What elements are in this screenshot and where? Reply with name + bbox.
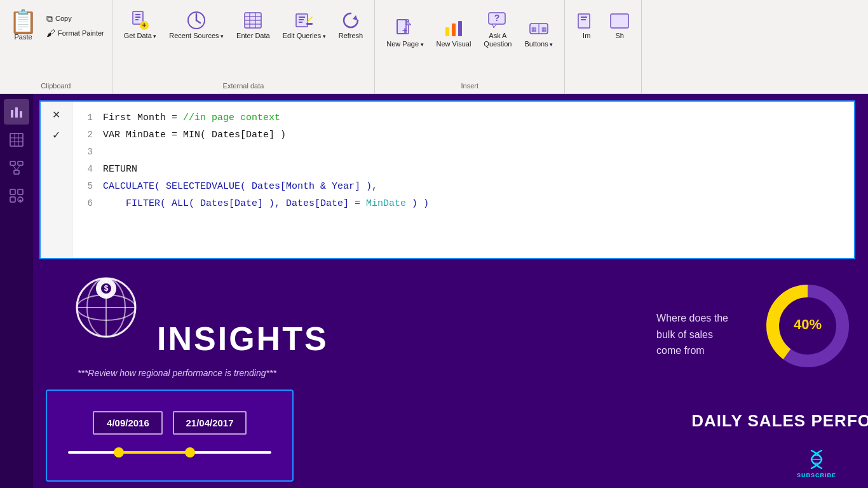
insert-group: + New Page New Visual: [375, 0, 565, 93]
globe-icon: $: [71, 271, 147, 347]
subscribe-label: SUBSCRIBE: [797, 472, 836, 478]
copy-icon: ⧉: [46, 13, 53, 24]
extra-button-1[interactable]: Im: [571, 8, 602, 43]
edit-queries-button[interactable]: Edit Queries: [278, 8, 331, 43]
formula-editor: ✕ ✓ 1 First Month = //in page context 2 …: [39, 100, 855, 259]
svg-text:✦: ✦: [18, 198, 22, 203]
insights-title: INSIGHTS: [157, 320, 329, 358]
new-visual-icon: [444, 18, 464, 39]
svg-text:+: +: [142, 21, 146, 30]
formula-confirm-button[interactable]: ✓: [49, 127, 64, 142]
new-visual-label: New Visual: [437, 40, 471, 48]
refresh-label: Refresh: [339, 32, 363, 40]
recent-sources-icon: [186, 10, 207, 30]
enter-data-button[interactable]: Enter Data: [231, 8, 275, 43]
paste-icon: 📋: [9, 10, 37, 33]
format-painter-icon: 🖌: [46, 28, 55, 38]
svg-rect-37: [20, 111, 22, 118]
svg-rect-34: [611, 14, 628, 28]
svg-rect-1: [135, 14, 140, 15]
sidebar: ✦: [0, 94, 33, 488]
slider-thumb-right[interactable]: [185, 447, 195, 458]
edit-queries-icon: [294, 10, 315, 30]
slider-thumb-left[interactable]: [114, 447, 124, 458]
get-data-label: Get Data: [124, 32, 157, 40]
formula-close-bar: ✕ ✓: [41, 102, 72, 258]
subscribe-area: SUBSCRIBE: [797, 448, 836, 478]
copy-button[interactable]: ⧉ Copy: [44, 12, 107, 25]
svg-rect-15: [299, 19, 304, 20]
ribbon: 📋 Paste ⧉ Copy 🖌 Format Painter Clipboar…: [0, 0, 868, 94]
svg-rect-2: [135, 17, 140, 18]
refresh-icon: [341, 10, 361, 30]
new-visual-button[interactable]: New Visual: [431, 16, 477, 51]
daily-sales-title: DAILY SALES PERFO: [691, 411, 868, 431]
format-painter-button[interactable]: 🖌 Format Painter: [44, 27, 107, 39]
formula-line-6: 6 FILTER( ALL( Dates[Date] ), Dates[Date…: [83, 195, 844, 212]
recent-sources-label: Recent Sources: [169, 32, 224, 40]
sidebar-item-table[interactable]: [4, 127, 29, 152]
new-page-button[interactable]: + New Page: [381, 16, 428, 51]
date-slider[interactable]: [68, 445, 271, 460]
sidebar-item-custom[interactable]: ✦: [4, 183, 29, 208]
buttons-icon: ▦ ▦: [529, 18, 549, 39]
svg-rect-45: [14, 170, 19, 174]
sidebar-item-hierarchy[interactable]: [4, 155, 29, 180]
svg-rect-21: [445, 27, 449, 36]
new-page-label: New Page: [386, 40, 423, 48]
format-painter-label: Format Painter: [58, 29, 104, 37]
ask-question-button[interactable]: ? Ask AQuestion: [478, 8, 517, 51]
recent-sources-button[interactable]: Recent Sources: [164, 8, 229, 43]
svg-rect-43: [10, 161, 15, 165]
svg-rect-14: [299, 17, 305, 18]
paste-button[interactable]: 📋 Paste: [5, 8, 41, 43]
clipboard-group: 📋 Paste ⧉ Copy 🖌 Format Painter Clipboar…: [0, 0, 112, 93]
svg-text:▦: ▦: [541, 26, 546, 32]
date-end-box[interactable]: 21/04/2017: [173, 411, 246, 435]
svg-rect-32: [581, 17, 587, 18]
insert-group-label: Insert: [375, 82, 564, 90]
formula-line-5: 5 CALCULATE( SELECTEDVALUE( Dates[Month …: [83, 178, 844, 195]
edit-queries-label: Edit Queries: [283, 32, 326, 40]
insights-subtitle: ***Review how regional performance is tr…: [78, 367, 276, 379]
extra-icon-2: [609, 10, 630, 30]
formula-close-button[interactable]: ✕: [49, 107, 64, 122]
main-area: ✦ ✕ ✓ 1 First Month = //in page context …: [0, 94, 868, 488]
ask-question-icon: ?: [487, 10, 508, 30]
svg-text:▦: ▦: [531, 26, 536, 32]
svg-rect-35: [11, 110, 13, 118]
extra-group: Im Sh: [565, 0, 642, 93]
get-data-button[interactable]: + Get Data: [119, 8, 162, 43]
clipboard-right: ⧉ Copy 🖌 Format Painter: [44, 8, 107, 43]
refresh-button[interactable]: Refresh: [334, 8, 369, 43]
external-data-group-label: External data: [112, 82, 375, 90]
donut-chart: 40%: [766, 285, 849, 370]
buttons-button[interactable]: ▦ ▦ Buttons: [519, 16, 558, 51]
extra-button-2[interactable]: Sh: [604, 8, 635, 43]
formula-line-2: 2 VAR MinDate = MIN( Dates[Date] ): [83, 126, 844, 144]
svg-rect-31: [578, 14, 590, 28]
svg-text:40%: 40%: [794, 316, 822, 332]
date-start-box[interactable]: 4/09/2016: [93, 411, 163, 435]
right-panel-text: Where does the bulk of sales come from: [656, 310, 728, 359]
extra-icon-1: [576, 10, 597, 30]
svg-rect-16: [299, 22, 302, 23]
svg-rect-49: [18, 189, 23, 194]
svg-rect-22: [452, 24, 456, 36]
sidebar-item-barchart[interactable]: [4, 99, 29, 125]
formula-content[interactable]: 1 First Month = //in page context 2 VAR …: [72, 102, 854, 258]
enter-data-label: Enter Data: [236, 32, 270, 40]
get-data-icon: +: [130, 10, 151, 30]
canvas-area: ✕ ✓ 1 First Month = //in page context 2 …: [33, 94, 868, 488]
ask-question-label: Ask AQuestion: [484, 32, 512, 48]
new-page-icon: +: [395, 18, 415, 39]
svg-rect-38: [10, 133, 23, 146]
formula-line-3: 3: [83, 144, 844, 161]
enter-data-icon: [243, 10, 263, 30]
svg-rect-3: [135, 19, 139, 20]
svg-rect-50: [10, 197, 15, 202]
svg-line-46: [13, 165, 17, 170]
svg-rect-44: [18, 161, 23, 165]
svg-rect-33: [581, 19, 586, 20]
date-boxes: 4/09/2016 21/04/2017: [93, 411, 246, 435]
